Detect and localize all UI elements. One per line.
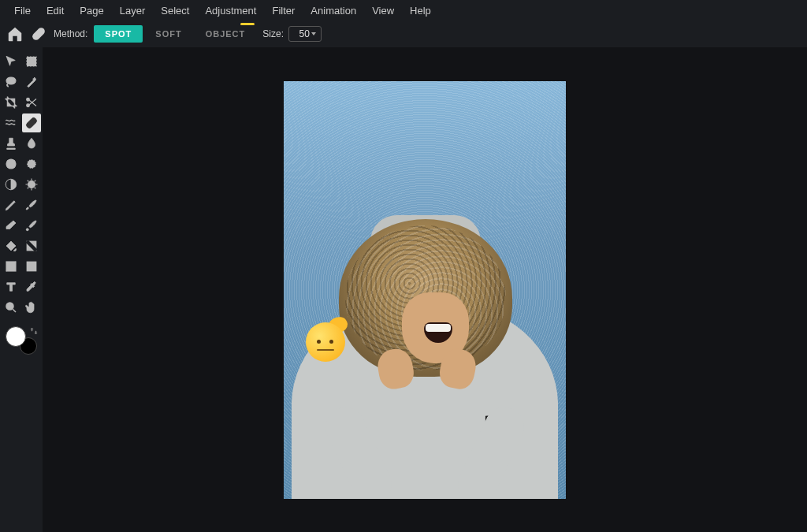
tool-lasso[interactable]: [2, 73, 20, 91]
tool-brush[interactable]: [22, 195, 41, 214]
tool-eyedropper[interactable]: [22, 277, 41, 296]
size-label: Size:: [262, 28, 284, 39]
tool-replace-color[interactable]: [22, 216, 41, 235]
method-spot[interactable]: SPOT: [94, 25, 143, 43]
tool-sponge[interactable]: [22, 175, 41, 194]
menu-view[interactable]: View: [364, 2, 402, 20]
tool-liquify[interactable]: [2, 113, 20, 132]
tool-crop[interactable]: [2, 93, 20, 112]
canvas-image[interactable]: END: [284, 81, 566, 499]
menu-bar: File Edit Page Layer Select Adjustment F…: [0, 0, 807, 20]
menu-adjustment[interactable]: Adjustment: [197, 2, 264, 20]
heal-tool-icon[interactable]: [30, 25, 47, 43]
menu-help[interactable]: Help: [402, 2, 439, 20]
emoji-sticker[interactable]: [303, 318, 348, 362]
svg-point-5: [6, 77, 16, 84]
tool-blur[interactable]: [22, 134, 41, 153]
method-soft[interactable]: SOFT: [144, 25, 192, 43]
menu-select[interactable]: Select: [153, 2, 197, 20]
menu-page[interactable]: Page: [72, 2, 111, 20]
tool-heal[interactable]: [22, 113, 41, 132]
method-label: Method:: [54, 28, 87, 39]
menu-filter[interactable]: Filter: [264, 2, 303, 20]
tool-pointer[interactable]: [2, 52, 20, 71]
photo-mouth: [424, 322, 452, 343]
tool-wand[interactable]: [22, 73, 41, 91]
svg-point-11: [30, 162, 34, 166]
method-object[interactable]: OBJECT: [195, 25, 257, 43]
method-buttons: SPOT SOFT OBJECT: [94, 25, 256, 43]
menu-layer[interactable]: Layer: [112, 2, 154, 20]
tool-pencil[interactable]: [2, 195, 20, 214]
canvas-area[interactable]: END: [43, 47, 807, 532]
tool-shape[interactable]: [2, 257, 20, 276]
menu-animation[interactable]: Animation: [303, 2, 364, 20]
svg-point-13: [28, 181, 35, 188]
svg-rect-4: [27, 57, 36, 66]
tool-eraser[interactable]: [2, 216, 20, 235]
menu-edit[interactable]: Edit: [39, 2, 72, 20]
svg-rect-0: [31, 26, 46, 41]
menu-file[interactable]: File: [6, 2, 39, 20]
tool-hand[interactable]: [22, 298, 41, 317]
tool-scissors[interactable]: [22, 93, 41, 112]
options-bar: Method: SPOT SOFT OBJECT Size: 50: [0, 20, 807, 47]
home-icon[interactable]: [6, 25, 24, 43]
swap-colors-icon[interactable]: [29, 325, 39, 339]
size-field: Size: 50: [262, 26, 322, 42]
color-swatches[interactable]: [6, 326, 37, 358]
svg-point-18: [6, 303, 13, 310]
tool-fill[interactable]: [2, 236, 20, 255]
svg-point-14: [26, 229, 28, 231]
size-input[interactable]: 50: [288, 26, 322, 42]
tool-frame[interactable]: [22, 257, 41, 276]
tool-sidebar: [0, 47, 43, 532]
tool-sharpen[interactable]: [22, 154, 41, 173]
tool-dodge[interactable]: [2, 175, 20, 194]
tool-zoom[interactable]: [2, 298, 20, 317]
svg-rect-17: [27, 262, 36, 271]
tool-marquee[interactable]: [22, 52, 41, 71]
tool-disperse[interactable]: [2, 154, 20, 173]
tool-gradient[interactable]: [22, 236, 41, 255]
tool-text[interactable]: [2, 277, 20, 296]
chevron-down-icon: [311, 32, 316, 35]
foreground-color-swatch[interactable]: [6, 326, 26, 347]
svg-rect-8: [25, 117, 38, 129]
size-value: 50: [294, 28, 310, 39]
tool-stamp[interactable]: [2, 134, 20, 153]
